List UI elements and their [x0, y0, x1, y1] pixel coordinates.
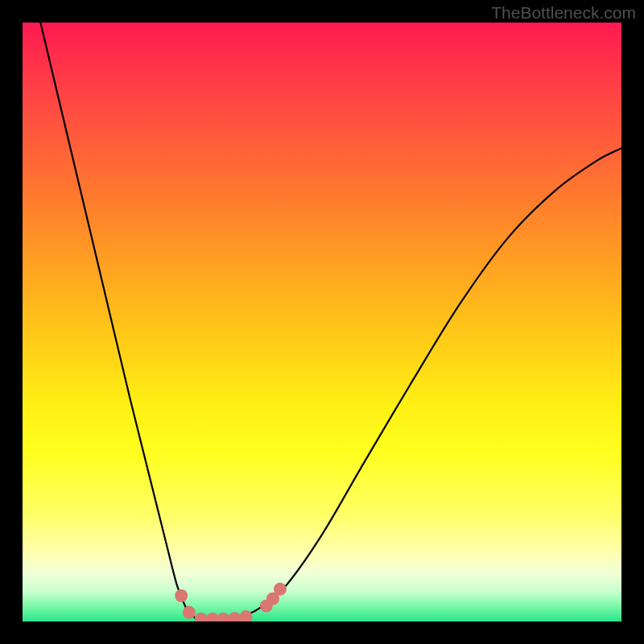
- data-marker: [274, 583, 287, 596]
- data-markers: [175, 583, 287, 621]
- plot-area: [23, 23, 621, 621]
- bottleneck-curve: [40, 23, 621, 619]
- data-marker: [183, 606, 196, 619]
- data-marker: [175, 589, 188, 602]
- data-marker: [228, 612, 241, 621]
- data-marker: [195, 613, 208, 621]
- curve-svg: [23, 23, 621, 621]
- chart-frame: TheBottleneck.com: [0, 0, 644, 644]
- data-marker: [240, 610, 253, 621]
- data-marker: [217, 613, 229, 621]
- watermark-text: TheBottleneck.com: [491, 3, 636, 23]
